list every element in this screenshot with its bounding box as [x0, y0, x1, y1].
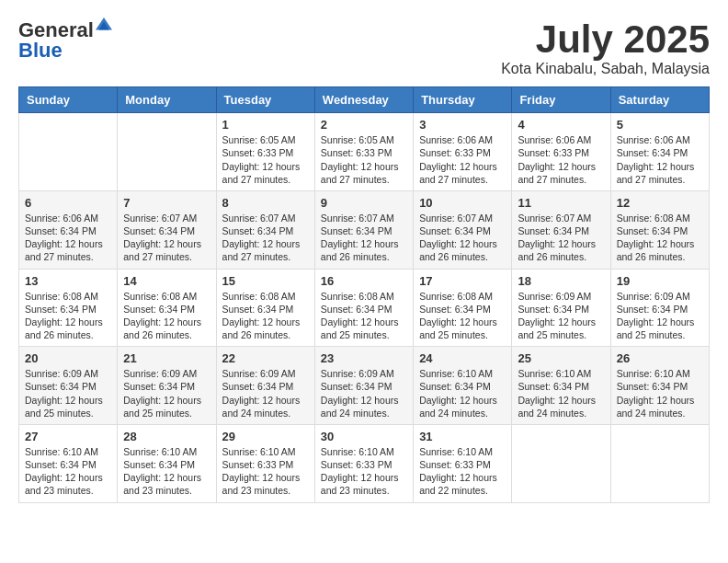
daylight-text: Daylight: 12 hours and 25 minutes.: [123, 395, 201, 419]
day-info: Sunrise: 6:10 AM Sunset: 6:34 PM Dayligh…: [123, 445, 210, 498]
sunset-text: Sunset: 6:33 PM: [419, 459, 491, 470]
day-info: Sunrise: 6:09 AM Sunset: 6:34 PM Dayligh…: [617, 290, 703, 342]
sunset-text: Sunset: 6:34 PM: [617, 381, 688, 392]
daylight-text: Daylight: 12 hours and 23 minutes.: [123, 472, 201, 496]
day-info: Sunrise: 6:08 AM Sunset: 6:34 PM Dayligh…: [222, 290, 309, 342]
table-row: 27 Sunrise: 6:10 AM Sunset: 6:34 PM Dayl…: [19, 424, 118, 502]
sunrise-text: Sunrise: 6:09 AM: [518, 291, 591, 302]
day-info: Sunrise: 6:05 AM Sunset: 6:33 PM Dayligh…: [321, 133, 407, 186]
table-row: 1 Sunrise: 6:05 AM Sunset: 6:33 PM Dayli…: [216, 113, 314, 191]
calendar-week-row: 13 Sunrise: 6:08 AM Sunset: 6:34 PM Dayl…: [19, 269, 710, 347]
day-number: 16: [321, 274, 407, 288]
sunset-text: Sunset: 6:33 PM: [222, 147, 294, 158]
daylight-text: Daylight: 12 hours and 27 minutes.: [123, 238, 201, 262]
day-info: Sunrise: 6:08 AM Sunset: 6:34 PM Dayligh…: [617, 212, 703, 264]
day-number: 14: [123, 274, 210, 288]
sunrise-text: Sunrise: 6:06 AM: [518, 134, 591, 145]
sunset-text: Sunset: 6:33 PM: [321, 147, 392, 158]
daylight-text: Daylight: 12 hours and 23 minutes.: [25, 472, 103, 496]
sunset-text: Sunset: 6:33 PM: [222, 459, 294, 470]
table-row: 4 Sunrise: 6:06 AM Sunset: 6:33 PM Dayli…: [512, 113, 610, 191]
day-number: 9: [321, 196, 407, 210]
sunrise-text: Sunrise: 6:08 AM: [321, 291, 394, 302]
daylight-text: Daylight: 12 hours and 22 minutes.: [419, 472, 497, 496]
day-number: 12: [617, 196, 703, 210]
calendar-header-row: Sunday Monday Tuesday Wednesday Thursday…: [19, 87, 710, 113]
sunrise-text: Sunrise: 6:09 AM: [25, 368, 98, 379]
sunrise-text: Sunrise: 6:06 AM: [419, 134, 493, 145]
day-info: Sunrise: 6:07 AM Sunset: 6:34 PM Dayligh…: [222, 212, 309, 264]
sunset-text: Sunset: 6:34 PM: [222, 304, 294, 315]
day-info: Sunrise: 6:08 AM Sunset: 6:34 PM Dayligh…: [123, 290, 210, 342]
table-row: 9 Sunrise: 6:07 AM Sunset: 6:34 PM Dayli…: [314, 190, 413, 269]
sunset-text: Sunset: 6:34 PM: [419, 381, 491, 392]
day-number: 10: [419, 196, 506, 210]
table-row: 11 Sunrise: 6:07 AM Sunset: 6:34 PM Dayl…: [512, 190, 610, 269]
sunrise-text: Sunrise: 6:08 AM: [222, 291, 296, 302]
header-monday: Monday: [118, 87, 216, 113]
sunrise-text: Sunrise: 6:10 AM: [25, 446, 98, 457]
table-row: 26 Sunrise: 6:10 AM Sunset: 6:34 PM Dayl…: [610, 347, 709, 425]
day-number: 5: [617, 118, 703, 132]
header-sunday: Sunday: [19, 87, 118, 113]
sunset-text: Sunset: 6:34 PM: [419, 225, 491, 236]
daylight-text: Daylight: 12 hours and 26 minutes.: [25, 316, 103, 340]
sunrise-text: Sunrise: 6:07 AM: [222, 213, 296, 224]
day-info: Sunrise: 6:09 AM Sunset: 6:34 PM Dayligh…: [518, 290, 604, 342]
table-row: 16 Sunrise: 6:08 AM Sunset: 6:34 PM Dayl…: [314, 269, 413, 347]
day-number: 30: [321, 430, 407, 443]
sunset-text: Sunset: 6:34 PM: [123, 459, 195, 470]
table-row: 7 Sunrise: 6:07 AM Sunset: 6:34 PM Dayli…: [118, 190, 216, 269]
sunset-text: Sunset: 6:34 PM: [321, 381, 392, 392]
sunrise-text: Sunrise: 6:08 AM: [419, 291, 493, 302]
day-number: 13: [25, 274, 111, 288]
day-number: 21: [123, 351, 210, 365]
daylight-text: Daylight: 12 hours and 26 minutes.: [321, 238, 399, 262]
day-info: Sunrise: 6:07 AM Sunset: 6:34 PM Dayligh…: [419, 212, 506, 264]
daylight-text: Daylight: 12 hours and 25 minutes.: [321, 316, 399, 340]
sunset-text: Sunset: 6:34 PM: [222, 381, 294, 392]
header-thursday: Thursday: [414, 87, 512, 113]
day-number: 19: [617, 274, 703, 288]
table-row: 31 Sunrise: 6:10 AM Sunset: 6:33 PM Dayl…: [414, 424, 512, 502]
table-row: 28 Sunrise: 6:10 AM Sunset: 6:34 PM Dayl…: [118, 424, 216, 502]
sunrise-text: Sunrise: 6:09 AM: [222, 368, 296, 379]
header-saturday: Saturday: [610, 87, 709, 113]
day-number: 4: [518, 118, 604, 132]
sunset-text: Sunset: 6:34 PM: [25, 304, 97, 315]
sunset-text: Sunset: 6:34 PM: [123, 225, 195, 236]
daylight-text: Daylight: 12 hours and 27 minutes.: [25, 238, 103, 262]
sunset-text: Sunset: 6:34 PM: [222, 225, 294, 236]
sunrise-text: Sunrise: 6:06 AM: [617, 134, 690, 145]
day-info: Sunrise: 6:05 AM Sunset: 6:33 PM Dayligh…: [222, 133, 309, 186]
daylight-text: Daylight: 12 hours and 24 minutes.: [518, 395, 596, 419]
sunrise-text: Sunrise: 6:10 AM: [321, 446, 394, 457]
daylight-text: Daylight: 12 hours and 27 minutes.: [321, 161, 399, 185]
day-info: Sunrise: 6:08 AM Sunset: 6:34 PM Dayligh…: [25, 290, 111, 342]
table-row: [610, 424, 709, 502]
daylight-text: Daylight: 12 hours and 25 minutes.: [617, 316, 695, 340]
table-row: 8 Sunrise: 6:07 AM Sunset: 6:34 PM Dayli…: [216, 190, 314, 269]
table-row: 3 Sunrise: 6:06 AM Sunset: 6:33 PM Dayli…: [414, 113, 512, 191]
table-row: 25 Sunrise: 6:10 AM Sunset: 6:34 PM Dayl…: [512, 347, 610, 425]
table-row: 23 Sunrise: 6:09 AM Sunset: 6:34 PM Dayl…: [314, 347, 413, 425]
sunset-text: Sunset: 6:33 PM: [419, 147, 491, 158]
table-row: 24 Sunrise: 6:10 AM Sunset: 6:34 PM Dayl…: [414, 347, 512, 425]
sunrise-text: Sunrise: 6:07 AM: [123, 213, 197, 224]
sunrise-text: Sunrise: 6:05 AM: [222, 134, 296, 145]
page-header: General Blue July 2025 Kota Kinabalu, Sa…: [18, 18, 710, 77]
sunset-text: Sunset: 6:34 PM: [123, 304, 195, 315]
sunset-text: Sunset: 6:34 PM: [321, 225, 392, 236]
sunset-text: Sunset: 6:33 PM: [321, 459, 392, 470]
daylight-text: Daylight: 12 hours and 25 minutes.: [419, 316, 497, 340]
sunrise-text: Sunrise: 6:07 AM: [518, 213, 591, 224]
day-number: 3: [419, 118, 506, 132]
day-info: Sunrise: 6:10 AM Sunset: 6:33 PM Dayligh…: [321, 445, 407, 498]
sunset-text: Sunset: 6:34 PM: [617, 147, 688, 158]
table-row: 29 Sunrise: 6:10 AM Sunset: 6:33 PM Dayl…: [216, 424, 314, 502]
header-friday: Friday: [512, 87, 610, 113]
day-number: 24: [419, 351, 506, 365]
table-row: 12 Sunrise: 6:08 AM Sunset: 6:34 PM Dayl…: [610, 190, 709, 269]
table-row: 19 Sunrise: 6:09 AM Sunset: 6:34 PM Dayl…: [610, 269, 709, 347]
sunset-text: Sunset: 6:34 PM: [518, 225, 589, 236]
